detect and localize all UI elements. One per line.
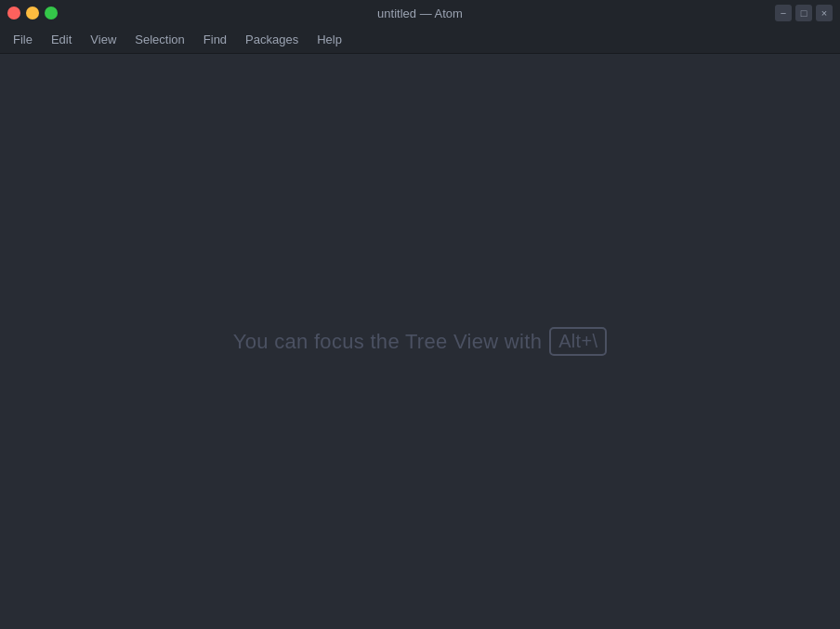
minimize-button[interactable] [26, 7, 39, 20]
title-bar: untitled — Atom − □ × [0, 0, 840, 26]
window-controls [7, 7, 58, 20]
maximize-button[interactable] [45, 7, 58, 20]
main-content: You can focus the Tree View with Alt+\ [0, 54, 840, 629]
close-button[interactable] [7, 7, 20, 20]
win-restore-btn[interactable]: □ [795, 5, 812, 21]
win-minimize-btn[interactable]: − [775, 5, 792, 21]
hint-before: You can focus the Tree View with [233, 330, 542, 354]
window-controls-right: − □ × [775, 5, 833, 21]
menu-view[interactable]: View [81, 29, 125, 50]
menu-packages[interactable]: Packages [236, 29, 308, 50]
menu-help[interactable]: Help [308, 29, 351, 50]
hint-text: You can focus the Tree View with Alt+\ [233, 327, 608, 356]
menu-bar: File Edit View Selection Find Packages H… [0, 26, 840, 54]
window-title: untitled — Atom [377, 7, 463, 20]
win-close-btn[interactable]: × [816, 5, 833, 21]
menu-selection[interactable]: Selection [125, 29, 193, 50]
menu-edit[interactable]: Edit [42, 29, 81, 50]
menu-find[interactable]: Find [194, 29, 236, 50]
menu-file[interactable]: File [4, 29, 42, 50]
hint-shortcut: Alt+\ [549, 327, 607, 356]
